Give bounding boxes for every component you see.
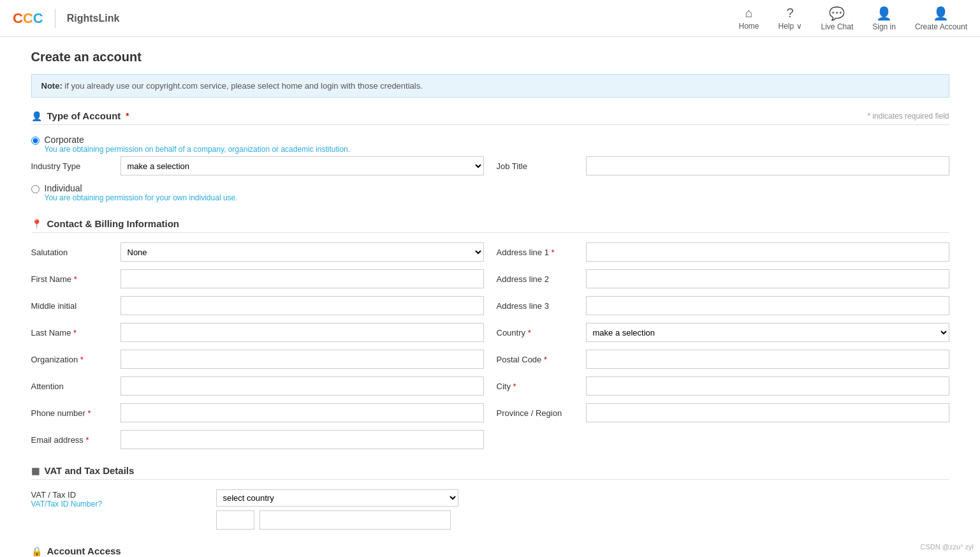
attention-input[interactable] <box>121 376 484 396</box>
corporate-radio[interactable] <box>31 137 40 145</box>
email-row: Email address * <box>31 430 949 449</box>
attention-label: Attention <box>31 382 114 391</box>
vat-header: ▦ VAT and Tax Details <box>31 465 949 480</box>
type-required-marker: * <box>126 111 129 121</box>
main-content: Create an account Note: if you already u… <box>18 37 962 557</box>
postal-input[interactable] <box>586 350 949 369</box>
phone-required: * <box>87 408 91 418</box>
corporate-desc: You are obtaining permission on behalf o… <box>45 145 351 154</box>
job-title-input[interactable] <box>586 156 949 175</box>
nav-help[interactable]: ? Help ∨ <box>779 6 802 31</box>
province-input[interactable] <box>586 403 949 422</box>
address2-input[interactable] <box>586 269 949 288</box>
first-name-input[interactable] <box>121 269 484 288</box>
city-label: City * <box>497 382 580 391</box>
individual-option[interactable]: Individual You are obtaining permission … <box>31 183 949 202</box>
address3-col: Address line 3 <box>497 296 949 315</box>
nav-signin[interactable]: 👤 Sign in <box>872 6 896 31</box>
logo-c1: C <box>13 10 23 27</box>
notice-strong: Note: <box>41 81 62 91</box>
country-select[interactable]: make a selection United States United Ki… <box>586 323 949 342</box>
address3-input[interactable] <box>586 296 949 315</box>
email-required: * <box>86 435 89 445</box>
industry-type-label: Industry Type <box>31 161 114 171</box>
organization-input[interactable] <box>121 350 484 369</box>
account-access-section: 🔒 Account Access User ID must be a valid… <box>31 546 949 557</box>
email-input[interactable] <box>121 430 484 449</box>
attention-city-row: Attention City * <box>31 376 949 396</box>
contact-billing-header: 📍 Contact & Billing Information <box>31 218 949 233</box>
last-name-label: Last Name * <box>31 328 114 338</box>
phone-label: Phone number * <box>31 408 114 418</box>
middle-initial-input[interactable] <box>121 296 484 315</box>
nav-create-account[interactable]: 👤 Create Account <box>915 6 967 31</box>
industry-type-select[interactable]: make a selection Academic Corporate Gove… <box>121 156 484 175</box>
location-icon: 📍 <box>31 219 42 229</box>
vat-number-input[interactable] <box>260 510 451 530</box>
attention-col: Attention <box>31 376 484 396</box>
individual-label: Individual <box>45 183 238 193</box>
email-label: Email address * <box>31 435 114 445</box>
city-input[interactable] <box>586 376 949 396</box>
vat-icon: ▦ <box>31 466 40 476</box>
phone-input[interactable] <box>121 403 484 422</box>
city-required: * <box>513 382 516 391</box>
vat-section: ▦ VAT and Tax Details VAT / Tax ID VAT/T… <box>31 465 949 530</box>
logo-divider <box>55 9 55 28</box>
lock-icon: 🔒 <box>31 546 42 556</box>
notice-text: if you already use our copyright.com ser… <box>64 81 422 91</box>
vat-inputs-col: select country United States United King… <box>216 489 458 530</box>
address3-label: Address line 3 <box>497 301 580 311</box>
livechat-icon: 💬 <box>829 6 845 21</box>
corporate-option[interactable]: Corporate You are obtaining permission o… <box>31 135 949 154</box>
org-required: * <box>80 355 84 364</box>
account-access-header: 🔒 Account Access <box>31 546 949 557</box>
type-of-account-section: 👤 Type of Account * * indicates required… <box>31 110 949 202</box>
contact-billing-section: 📍 Contact & Billing Information Salutati… <box>31 218 949 449</box>
vat-id-row: VAT / Tax ID VAT/Tax ID Number? select c… <box>31 489 949 530</box>
country-col: Country * make a selection United States… <box>497 323 949 342</box>
signin-label: Sign in <box>872 22 896 31</box>
livechat-label: Live Chat <box>821 22 854 31</box>
create-account-icon: 👤 <box>933 6 949 21</box>
address1-label: Address line 1 * <box>497 248 580 257</box>
vat-link[interactable]: VAT/Tax ID Number? <box>31 500 210 509</box>
notice-box: Note: if you already use our copyright.c… <box>31 74 949 98</box>
postal-required: * <box>544 355 547 364</box>
address2-col: Address line 2 <box>497 269 949 288</box>
firstname-address2-row: First Name * Address line 2 <box>31 269 949 288</box>
country-label: Country * <box>497 328 580 338</box>
address1-input[interactable] <box>586 242 949 262</box>
org-postal-row: Organization * Postal Code * <box>31 350 949 369</box>
type-of-account-header: 👤 Type of Account * * indicates required… <box>31 110 949 125</box>
middle-initial-label: Middle initial <box>31 301 114 311</box>
middleinitial-address3-row: Middle initial Address line 3 <box>31 296 949 315</box>
salutation-select[interactable]: None Mr. Mrs. Ms. Dr. Prof. <box>121 242 484 262</box>
job-title-label: Job Title <box>497 161 580 171</box>
corporate-content: Corporate You are obtaining permission o… <box>45 135 351 154</box>
account-access-label: Account Access <box>47 546 121 556</box>
last-name-input[interactable] <box>121 323 484 342</box>
postal-col: Postal Code * <box>497 350 949 369</box>
phone-col: Phone number * <box>31 403 484 422</box>
ccc-logo: C C C <box>13 10 43 27</box>
postal-label: Postal Code * <box>497 355 580 364</box>
address1-col: Address line 1 * <box>497 242 949 262</box>
country-required: * <box>528 328 531 338</box>
vat-country-select[interactable]: select country United States United King… <box>216 489 458 507</box>
nav-livechat[interactable]: 💬 Live Chat <box>821 6 854 31</box>
account-type-radio-group: Corporate You are obtaining permission o… <box>31 135 949 202</box>
last-name-required: * <box>73 328 77 338</box>
nav-home[interactable]: ⌂ Home <box>738 6 759 31</box>
account-type-icon: 👤 <box>31 111 42 121</box>
logo-area: C C C RightsLink <box>13 9 119 28</box>
salutation-address1-row: Salutation None Mr. Mrs. Ms. Dr. Prof. A… <box>31 242 949 262</box>
vat-prefix-input[interactable] <box>216 510 254 530</box>
individual-radio[interactable] <box>31 185 40 193</box>
phone-province-row: Phone number * Province / Region <box>31 403 949 422</box>
org-col: Organization * <box>31 350 484 369</box>
contact-billing-label: Contact & Billing Information <box>47 218 180 229</box>
create-account-label: Create Account <box>915 22 967 31</box>
individual-content: Individual You are obtaining permission … <box>45 183 238 202</box>
salutation-col: Salutation None Mr. Mrs. Ms. Dr. Prof. <box>31 242 484 262</box>
